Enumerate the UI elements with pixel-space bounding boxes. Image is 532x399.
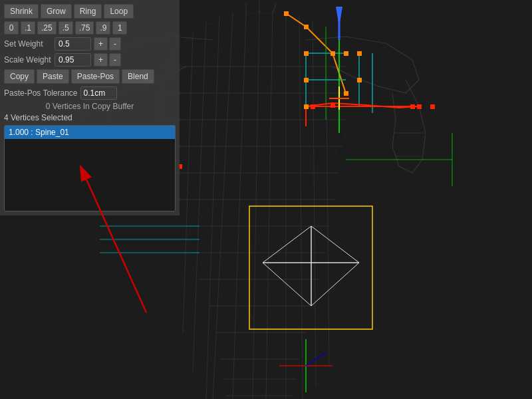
set-weight-minus-button[interactable]: - (109, 37, 121, 51)
copy-button[interactable]: Copy (4, 69, 35, 84)
svg-rect-49 (304, 25, 309, 29)
svg-rect-54 (357, 78, 362, 82)
svg-rect-57 (344, 51, 348, 56)
loop-button[interactable]: Loop (104, 4, 134, 19)
svg-rect-53 (357, 51, 362, 56)
grow-button[interactable]: Grow (41, 4, 72, 19)
weight-1-full-button[interactable]: 1 (112, 21, 127, 35)
paste-tolerance-label: Paste-Pos Tolerance (4, 88, 78, 98)
set-weight-row: Set Weight + - (4, 37, 176, 51)
svg-rect-50 (331, 51, 335, 56)
scale-weight-row: Scale Weight + - (4, 53, 176, 66)
scale-weight-input[interactable] (55, 53, 91, 66)
weight-75-button[interactable]: .75 (75, 21, 94, 35)
svg-rect-61 (410, 104, 415, 109)
blend-button[interactable]: Blend (122, 69, 154, 84)
set-weight-plus-button[interactable]: + (94, 37, 108, 51)
paste-tolerance-row: Paste-Pos Tolerance (4, 86, 176, 100)
vertices-selected-info: 4 Vertices Selected (4, 113, 176, 122)
svg-rect-56 (304, 78, 309, 82)
scale-weight-plus-button[interactable]: + (94, 53, 108, 66)
svg-rect-59 (311, 104, 315, 109)
weight-presets-row: 0 .1 .25 .5 .75 .9 1 (4, 21, 176, 35)
svg-rect-58 (304, 104, 309, 109)
set-weight-input[interactable] (55, 37, 91, 51)
shrink-button[interactable]: Shrink (4, 4, 39, 19)
set-weight-label: Set Weight (4, 39, 52, 49)
paste-pos-button[interactable]: Paste-Pos (71, 69, 120, 84)
svg-rect-55 (304, 51, 309, 56)
weight-9-button[interactable]: .9 (96, 21, 110, 35)
svg-rect-60 (331, 103, 335, 108)
svg-rect-62 (417, 104, 422, 109)
bone-list[interactable]: 1.000 : Spine_01 (4, 125, 176, 211)
weight-1-button[interactable]: .1 (21, 21, 35, 35)
svg-rect-64 (430, 104, 435, 109)
weight-0-button[interactable]: 0 (4, 21, 19, 35)
left-panel: Shrink Grow Ring Loop 0 .1 .25 .5 .75 .9… (0, 0, 180, 215)
weight-5-button[interactable]: .5 (59, 21, 73, 35)
bone-list-item[interactable]: 1.000 : Spine_01 (5, 126, 175, 139)
scale-weight-label: Scale Weight (4, 55, 52, 65)
ring-button[interactable]: Ring (74, 4, 102, 19)
weight-25-button[interactable]: .25 (37, 21, 57, 35)
scale-weight-minus-button[interactable]: - (109, 53, 121, 66)
svg-rect-52 (284, 11, 289, 16)
scale-weight-plusminus: + - (94, 53, 121, 66)
paste-button[interactable]: Paste (37, 69, 69, 84)
copy-buffer-info: 0 Vertices In Copy Buffer (4, 102, 176, 111)
selection-buttons-row: Shrink Grow Ring Loop (4, 4, 176, 19)
paste-tolerance-input[interactable] (80, 86, 117, 100)
clipboard-buttons-row: Copy Paste Paste-Pos Blend (4, 69, 176, 84)
svg-rect-51 (344, 91, 348, 96)
set-weight-plusminus: + - (94, 37, 121, 51)
